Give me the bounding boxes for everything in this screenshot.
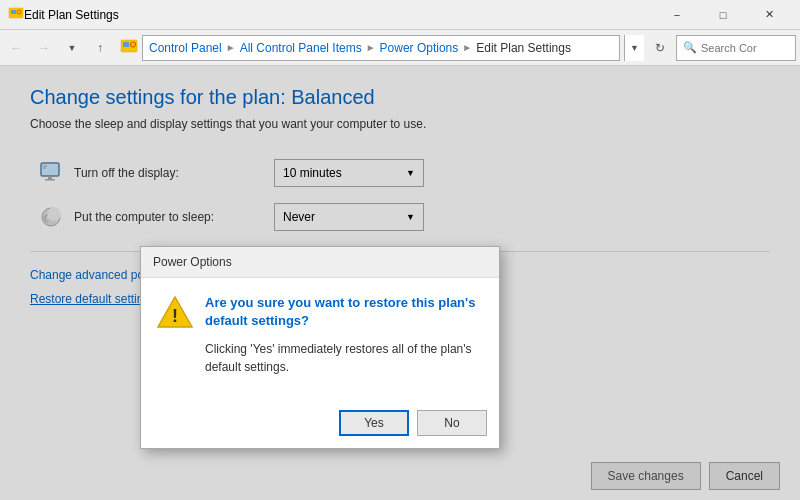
dialog-body: ! Are you sure you want to restore this … (141, 278, 499, 402)
breadcrumb-all-control-panel[interactable]: All Control Panel Items (240, 41, 362, 55)
dialog-no-button[interactable]: No (417, 410, 487, 436)
breadcrumb-sep-2: ► (366, 42, 376, 53)
breadcrumb-power-options[interactable]: Power Options (380, 41, 459, 55)
svg-rect-1 (11, 10, 16, 14)
main-content: Change settings for the plan: Balanced C… (0, 66, 800, 500)
up-button[interactable]: ↑ (88, 36, 112, 60)
warning-icon: ! (157, 294, 193, 333)
search-icon: 🔍 (683, 41, 697, 54)
dialog-buttons: Yes No (141, 402, 499, 448)
refresh-button[interactable]: ↻ (648, 36, 672, 60)
svg-rect-4 (123, 42, 129, 47)
dialog-warning-row: ! Are you sure you want to restore this … (157, 294, 483, 376)
search-box: 🔍 (676, 35, 796, 61)
title-bar-text: Edit Plan Settings (24, 8, 119, 22)
breadcrumb-control-panel[interactable]: Control Panel (149, 41, 222, 55)
title-bar-icon (8, 5, 24, 24)
breadcrumb-bar: Control Panel ► All Control Panel Items … (142, 35, 620, 61)
dialog-question: Are you sure you want to restore this pl… (205, 294, 483, 330)
dialog-yes-button[interactable]: Yes (339, 410, 409, 436)
recent-button[interactable]: ▼ (60, 36, 84, 60)
svg-text:!: ! (172, 306, 178, 326)
title-bar: Edit Plan Settings − □ ✕ (0, 0, 800, 30)
cp-icon (120, 37, 138, 58)
power-options-dialog: Power Options ! Are you sure you want to… (140, 246, 500, 449)
breadcrumb-dropdown-button[interactable]: ▼ (624, 35, 644, 61)
search-input[interactable] (701, 42, 781, 54)
address-bar: ← → ▼ ↑ Control Panel ► All Control Pane… (0, 30, 800, 66)
forward-button[interactable]: → (32, 36, 56, 60)
back-button[interactable]: ← (4, 36, 28, 60)
title-bar-controls: − □ ✕ (654, 0, 792, 30)
breadcrumb-sep-3: ► (462, 42, 472, 53)
breadcrumb-current: Edit Plan Settings (476, 41, 571, 55)
dialog-overlay: Power Options ! Are you sure you want to… (0, 66, 800, 500)
close-button[interactable]: ✕ (746, 0, 792, 30)
dialog-title: Power Options (141, 247, 499, 278)
dialog-text-block: Are you sure you want to restore this pl… (205, 294, 483, 376)
dialog-message: Clicking 'Yes' immediately restores all … (205, 340, 483, 376)
breadcrumb-sep-1: ► (226, 42, 236, 53)
minimize-button[interactable]: − (654, 0, 700, 30)
maximize-button[interactable]: □ (700, 0, 746, 30)
